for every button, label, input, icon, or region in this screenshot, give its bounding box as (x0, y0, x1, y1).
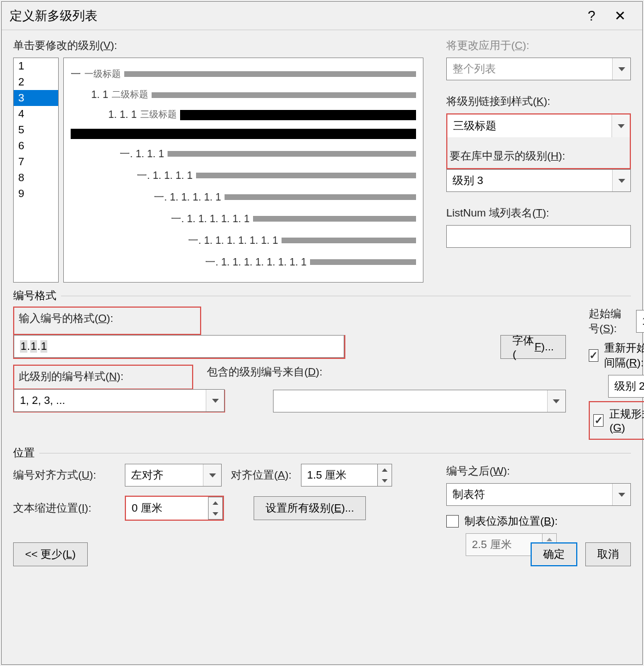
help-button[interactable]: ? (577, 2, 606, 30)
follow-combo[interactable]: 制表符 (446, 483, 631, 506)
level-item-selected[interactable]: 3 (14, 90, 58, 106)
number-style-combo[interactable]: 1, 2, 3, ... (14, 389, 225, 412)
number-format-input[interactable]: 1.1.1 (14, 335, 344, 358)
text-indent-spinner[interactable]: 0 厘米 (126, 497, 223, 520)
apply-to-label: 将更改应用于(C): (446, 38, 631, 53)
spinner-down-icon[interactable] (378, 475, 392, 486)
text-indent-label: 文本缩进位置(I): (13, 501, 116, 516)
align-label: 编号对齐方式(U): (13, 468, 116, 483)
font-button[interactable]: 字体(F)... (500, 335, 565, 359)
level-item[interactable]: 8 (14, 170, 58, 186)
dialog-title: 定义新多级列表 (10, 7, 577, 24)
enter-format-label: 输入编号的格式(O): (19, 311, 195, 326)
follow-label: 编号之后(W): (446, 464, 631, 479)
restart-level-combo[interactable]: 级别 2 (608, 375, 644, 398)
level-item[interactable]: 9 (14, 186, 58, 202)
chevron-down-icon (206, 390, 224, 411)
tab-stop-label: 制表位添加位置(B): (464, 514, 558, 529)
align-at-spinner[interactable]: 1.5 厘米 (301, 464, 392, 487)
level-item[interactable]: 6 (14, 138, 58, 154)
show-in-lib-combo[interactable]: 级别 3 (446, 169, 631, 192)
start-at-label: 起始编号(S): (589, 307, 629, 336)
spinner-up-icon[interactable] (209, 497, 222, 508)
spinner-up-icon[interactable] (378, 464, 392, 475)
listnum-label: ListNum 域列表名(T): (446, 206, 631, 220)
include-from-combo[interactable] (273, 390, 566, 412)
num-format-section-title: 编号格式 (13, 288, 56, 303)
level-click-label: 单击要修改的级别(V): (13, 38, 423, 53)
align-combo[interactable]: 左对齐 (125, 464, 222, 487)
define-multilevel-list-dialog: 定义新多级列表 ? ✕ 单击要修改的级别(V): 1 2 3 4 5 6 7 8 (1, 1, 643, 665)
include-from-label: 包含的级别编号来自(D): (207, 365, 566, 379)
chevron-down-icon (203, 464, 221, 486)
position-section-title: 位置 (13, 446, 35, 460)
chevron-down-icon (612, 484, 630, 505)
chevron-down-icon (612, 58, 630, 80)
close-button[interactable]: ✕ (606, 2, 634, 30)
link-style-label: 将级别链接到样式(K): (446, 94, 631, 109)
tab-stop-checkbox[interactable] (446, 515, 459, 528)
restart-checkbox[interactable] (589, 349, 598, 362)
chevron-down-icon (547, 390, 565, 412)
level-item[interactable]: 5 (14, 122, 58, 138)
start-at-spinner[interactable]: 1 (636, 310, 644, 333)
this-level-style-label: 此级别的编号样式(N): (19, 369, 188, 384)
apply-to-combo[interactable]: 整个列表 (446, 58, 631, 80)
restart-label: 重新开始列表的间隔(R): (604, 341, 644, 370)
set-all-levels-button[interactable]: 设置所有级别(E)... (254, 496, 366, 520)
show-in-lib-label: 要在库中显示的级别(H): (447, 149, 630, 164)
spinner-down-icon[interactable] (209, 508, 222, 519)
chevron-down-icon (612, 170, 630, 191)
listnum-input[interactable] (446, 225, 631, 248)
chevron-down-icon (612, 115, 630, 137)
link-style-combo[interactable]: 三级标题 (447, 115, 630, 137)
cancel-button[interactable]: 取消 (585, 542, 631, 566)
level-item[interactable]: 2 (14, 74, 58, 90)
level-item[interactable]: 1 (14, 58, 58, 74)
titlebar: 定义新多级列表 ? ✕ (2, 2, 642, 30)
legal-format-checkbox[interactable] (593, 414, 604, 427)
less-button[interactable]: << 更少(L) (13, 542, 88, 566)
level-item[interactable]: 4 (14, 106, 58, 122)
level-item[interactable]: 7 (14, 154, 58, 170)
align-at-label: 对齐位置(A): (231, 468, 292, 483)
ok-button[interactable]: 确定 (531, 542, 577, 566)
list-preview: 一一级标题 1. 1二级标题 1. 1. 1三级标题 一. 1. 1. 1 一.… (63, 58, 423, 283)
level-listbox[interactable]: 1 2 3 4 5 6 7 8 9 (13, 58, 59, 283)
legal-format-label: 正规形式编号(G) (609, 407, 644, 434)
